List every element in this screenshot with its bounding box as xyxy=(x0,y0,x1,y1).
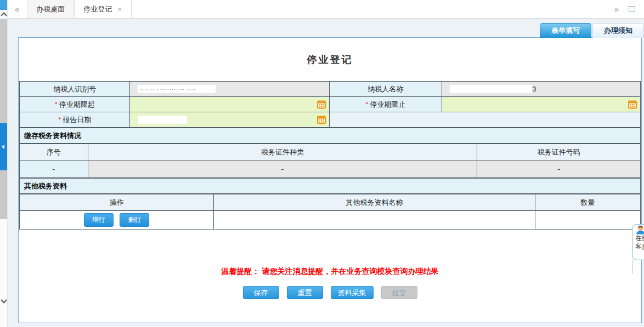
form-panel: 停业登记 纳税人识别号 ·· ···· · ··········· ···· 纳… xyxy=(18,37,642,323)
table-row: 增行 删行 xyxy=(20,211,641,230)
left-top-accent xyxy=(0,0,7,10)
redacted-value: ·· ···· · ··········· ···· xyxy=(138,85,216,93)
col-certificate-no: 税务证件号码 xyxy=(477,144,641,160)
tabs-scroll-right-icon[interactable]: » xyxy=(607,4,626,14)
maximize-icon[interactable] xyxy=(629,6,635,12)
operation-cell: 增行 删行 xyxy=(20,211,214,230)
scrollbar-thumb[interactable] xyxy=(0,19,7,219)
deposit-section-title: 缴存税务资料情况 xyxy=(19,128,641,144)
tabs-scroll-left-icon[interactable]: « xyxy=(7,4,27,14)
table-header-row: 序号 税务证件种类 税务证件号码 xyxy=(20,144,641,160)
suspend-end-label: *停业期限止 xyxy=(329,97,442,112)
table-header-row: 操作 其他税务资料名称 数量 xyxy=(20,194,641,211)
report-date-field[interactable] xyxy=(130,112,329,128)
calendar-icon[interactable] xyxy=(317,100,326,109)
taxpayer-info-table: 纳税人识别号 ·· ···· · ··········· ···· 纳税人名称 … xyxy=(19,81,641,128)
tab-handling-notice[interactable]: 办理须知 xyxy=(592,23,644,38)
taxpayer-id-field: ·· ···· · ··········· ···· xyxy=(130,82,329,97)
submit-button: 提交 xyxy=(381,286,417,299)
suspend-start-field[interactable] xyxy=(130,97,329,112)
col-seq-no: 序号 xyxy=(20,144,88,160)
reminder-text: 温馨提醒： 请您关注消息提醒，并在业务查询模块查询办理结果 xyxy=(19,267,641,277)
form-block: 纳税人识别号 ·· ···· · ··········· ···· 纳税人名称 … xyxy=(19,81,641,230)
service-label-line1: 在线 xyxy=(635,234,644,243)
taxpayer-name-label: 纳税人名称 xyxy=(329,82,442,97)
taxpayer-name-field: 3 xyxy=(442,82,640,97)
cell-seq-no: - xyxy=(20,160,88,178)
required-mark: * xyxy=(55,100,58,108)
other-doc-name-cell[interactable] xyxy=(214,211,535,230)
online-service-widget[interactable]: 在线 客服 xyxy=(632,224,644,260)
required-mark: * xyxy=(58,116,61,124)
delete-row-button[interactable]: 删行 xyxy=(120,213,149,227)
table-row: *报告日期 xyxy=(20,112,641,128)
other-section-title: 其他税务资料 xyxy=(19,178,641,194)
cell-certificate-no: - xyxy=(477,160,641,178)
tab-strip-spacer xyxy=(132,0,607,18)
customer-service-avatar-icon xyxy=(636,226,644,234)
required-mark: * xyxy=(365,100,368,108)
suspend-end-field[interactable] xyxy=(442,97,640,112)
calendar-icon[interactable] xyxy=(628,100,637,109)
view-tabs: 表单填写 办理须知 xyxy=(540,23,644,38)
scroll-up-icon[interactable] xyxy=(1,12,7,18)
close-icon[interactable]: × xyxy=(117,5,122,14)
service-widget-tail xyxy=(632,260,632,274)
empty-cell xyxy=(329,112,640,128)
table-row: *停业期限起 *停业期限止 xyxy=(20,97,641,112)
deposit-documents-table: 序号 税务证件种类 税务证件号码 - - - xyxy=(19,144,641,178)
taxpayer-id-label: 纳税人识别号 xyxy=(20,82,130,97)
top-tab-strip: « 办税桌面 停业登记 × » xyxy=(7,0,644,19)
table-row: 纳税人识别号 ·· ···· · ··········· ···· 纳税人名称 … xyxy=(20,82,641,97)
name-visible-suffix: 3 xyxy=(533,85,536,93)
tab-tax-desktop[interactable]: 办税桌面 xyxy=(27,0,74,18)
col-certificate-type: 税务证件种类 xyxy=(88,144,477,160)
col-operation: 操作 xyxy=(20,194,214,211)
calendar-icon[interactable] xyxy=(317,116,326,124)
redacted-value xyxy=(138,116,187,124)
left-edge-strip xyxy=(0,0,8,327)
sidebar-collapse-handle[interactable] xyxy=(0,123,7,170)
table-row: - - - xyxy=(20,160,641,178)
page-title: 停业登记 xyxy=(19,53,641,67)
other-documents-table: 操作 其他税务资料名称 数量 增行 删行 xyxy=(19,194,641,230)
suspend-start-label: *停业期限起 xyxy=(20,97,130,112)
collapse-left-arrow-icon xyxy=(2,145,4,149)
save-button[interactable]: 保存 xyxy=(243,286,279,299)
tab-label: 停业登记 xyxy=(83,4,112,14)
quantity-cell[interactable] xyxy=(535,211,640,230)
reset-button[interactable]: 重置 xyxy=(287,286,323,299)
add-row-button[interactable]: 增行 xyxy=(84,213,114,227)
scroll-down-icon[interactable] xyxy=(1,297,7,303)
collect-data-button[interactable]: 资料采集 xyxy=(331,286,374,299)
service-label-line2: 客服 xyxy=(635,243,644,251)
cell-certificate-type: - xyxy=(88,160,477,178)
tab-suspension-registration[interactable]: 停业登记 × xyxy=(74,0,131,18)
tab-label: 办税桌面 xyxy=(36,4,65,14)
tab-form-fill[interactable]: 表单填写 xyxy=(540,23,591,38)
redacted-value xyxy=(450,85,532,93)
col-quantity: 数量 xyxy=(535,194,640,211)
action-buttons: 保存 重置 资料采集 提交 xyxy=(19,286,641,299)
report-date-label: *报告日期 xyxy=(20,112,130,128)
col-other-doc-name: 其他税务资料名称 xyxy=(214,194,535,211)
